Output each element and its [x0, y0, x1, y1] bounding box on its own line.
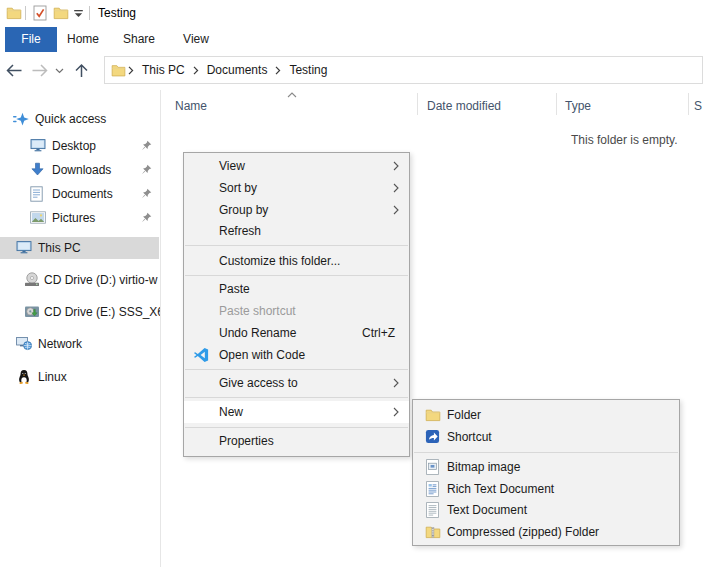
sidebar-item-label: Linux	[38, 366, 67, 388]
column-header-type[interactable]: Type	[565, 99, 591, 113]
menu-item-label: Open with Code	[219, 344, 305, 366]
column-header-size[interactable]: S	[694, 99, 702, 113]
breadcrumb-testing[interactable]: Testing	[283, 63, 333, 77]
sidebar-item-linux[interactable]: Linux	[0, 366, 160, 388]
menu-item-shortcut: Ctrl+Z	[362, 322, 395, 344]
menu-item-label: Undo Rename	[219, 322, 296, 344]
linux-penguin-icon	[18, 369, 34, 385]
sidebar-item-label: Downloads	[52, 159, 111, 181]
sidebar-item-cd-drive-d[interactable]: CD Drive (D:) virtio-w	[0, 269, 160, 291]
tab-view[interactable]: View	[170, 27, 222, 52]
context-menu-item-paste[interactable]: Paste	[184, 278, 409, 300]
column-separator[interactable]	[556, 93, 557, 115]
submenu-arrow-icon	[393, 378, 399, 388]
context-menu-item-customize-this-folder[interactable]: Customize this folder...	[184, 250, 409, 272]
sidebar-item-network[interactable]: Network	[0, 333, 160, 355]
recent-locations-chevron-icon[interactable]	[55, 68, 64, 74]
sidebar-item-this-pc[interactable]: This PC	[0, 237, 159, 259]
new-submenu-item-text-document[interactable]: Text Document	[413, 499, 679, 521]
empty-folder-message: This folder is empty.	[571, 133, 677, 147]
sidebar-item-label: This PC	[38, 237, 81, 259]
menu-item-label: New	[219, 401, 243, 423]
context-menu-item-sort-by[interactable]: Sort by	[184, 177, 409, 199]
rich-text-document-icon	[426, 481, 442, 497]
file-explorer-window: Testing File Home Share View This PC	[0, 0, 703, 567]
new-submenu-item-rich-text-document[interactable]: Rich Text Document	[413, 478, 679, 500]
properties-icon[interactable]	[33, 5, 47, 21]
text-document-icon	[426, 502, 442, 518]
sidebar-item-label: Network	[38, 333, 82, 355]
breadcrumb-chevron-icon[interactable]	[191, 66, 201, 75]
new-submenu-item-bitmap-image[interactable]: Bitmap image	[413, 456, 679, 478]
sidebar-item-documents[interactable]: Documents	[0, 183, 160, 205]
sidebar-item-pictures[interactable]: Pictures	[0, 207, 160, 229]
sidebar-item-quick-access[interactable]: Quick access	[0, 108, 160, 130]
address-bar: This PC Documents Testing	[0, 52, 703, 90]
submenu-arrow-icon	[393, 205, 399, 215]
column-separator[interactable]	[417, 93, 418, 115]
titlebar-separator	[89, 6, 90, 20]
submenu-arrow-icon	[393, 161, 399, 171]
context-menu-item-group-by[interactable]: Group by	[184, 199, 409, 221]
sort-ascending-icon	[287, 92, 297, 98]
titlebar-separator	[25, 6, 26, 20]
context-menu-item-properties[interactable]: Properties	[184, 430, 409, 452]
menu-separator	[185, 369, 408, 370]
tab-home[interactable]: Home	[57, 27, 109, 52]
menu-separator	[414, 452, 678, 453]
breadcrumb-chevron-icon[interactable]	[126, 66, 136, 75]
sidebar-item-downloads[interactable]: Downloads	[0, 159, 160, 181]
column-header-name[interactable]: Name	[175, 99, 207, 113]
context-menu-item-refresh[interactable]: Refresh	[184, 220, 409, 242]
menu-item-label: Properties	[219, 430, 274, 452]
menu-item-label: Customize this folder...	[219, 250, 340, 272]
up-arrow-icon[interactable]	[74, 63, 89, 78]
menu-separator	[185, 397, 408, 398]
menu-item-label: Shortcut	[447, 426, 492, 448]
menu-item-label: Paste shortcut	[219, 300, 296, 322]
context-menu-item-undo-rename[interactable]: Undo Rename Ctrl+Z	[184, 322, 409, 344]
context-menu-item-open-with-code[interactable]: Open with Code	[184, 344, 409, 366]
explorer-folder-icon	[6, 5, 22, 21]
menu-item-label: Rich Text Document	[447, 478, 554, 500]
menu-item-label: Refresh	[219, 220, 261, 242]
new-submenu-item-shortcut[interactable]: Shortcut	[413, 426, 679, 448]
column-separator[interactable]	[688, 93, 689, 115]
new-submenu-item-compressed-zipped-folder[interactable]: Compressed (zipped) Folder	[413, 521, 679, 543]
menu-item-label: Text Document	[447, 499, 527, 521]
menu-item-label: Sort by	[219, 177, 257, 199]
qat-dropdown-icon[interactable]	[73, 9, 84, 18]
new-folder-icon[interactable]	[53, 5, 69, 21]
tab-share[interactable]: Share	[114, 27, 164, 52]
breadcrumb[interactable]: This PC Documents Testing	[104, 56, 703, 84]
zipped-folder-icon	[425, 524, 441, 540]
folder-icon	[425, 407, 441, 423]
context-menu: View Sort by Group by Refresh Customize …	[183, 152, 410, 457]
menu-item-label: Paste	[219, 278, 250, 300]
pin-icon	[141, 140, 152, 151]
new-submenu: Folder Shortcut Bitmap image Rich Text D…	[412, 399, 680, 546]
context-menu-item-give-access-to[interactable]: Give access to	[184, 372, 409, 394]
back-arrow-icon[interactable]	[6, 63, 23, 78]
breadcrumb-chevron-icon[interactable]	[273, 66, 283, 75]
menu-separator	[185, 275, 408, 276]
pin-icon	[141, 212, 152, 223]
menu-separator	[185, 245, 408, 246]
tab-file[interactable]: File	[5, 27, 57, 52]
this-pc-icon	[16, 240, 32, 256]
title-bar: Testing	[0, 0, 703, 27]
menu-item-label: Compressed (zipped) Folder	[447, 521, 599, 543]
breadcrumb-documents[interactable]: Documents	[201, 63, 274, 77]
pictures-icon	[30, 211, 46, 227]
documents-icon	[30, 186, 46, 202]
new-submenu-item-folder[interactable]: Folder	[413, 404, 679, 426]
column-header-date-modified[interactable]: Date modified	[427, 99, 501, 113]
sidebar-item-cd-drive-e[interactable]: CD Drive (E:) SSS_X64	[0, 301, 160, 323]
context-menu-item-view[interactable]: View	[184, 155, 409, 177]
bitmap-image-icon	[426, 459, 442, 475]
sidebar-item-label: Documents	[52, 183, 113, 205]
context-menu-item-new[interactable]: New	[184, 401, 409, 423]
breadcrumb-this-pc[interactable]: This PC	[136, 63, 191, 77]
sidebar-item-label: CD Drive (E:) SSS_X64	[44, 301, 160, 323]
sidebar-item-desktop[interactable]: Desktop	[0, 135, 160, 157]
